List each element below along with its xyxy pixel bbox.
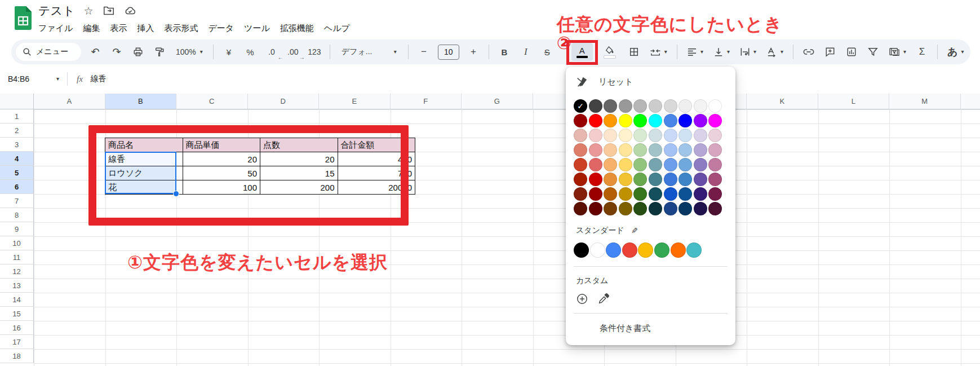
merge-cells-button[interactable]: ▾ xyxy=(648,43,669,61)
column-header-K[interactable]: K xyxy=(747,94,818,109)
menubar-item[interactable]: ファイル xyxy=(33,21,78,36)
color-swatch[interactable] xyxy=(574,173,587,186)
color-swatch[interactable] xyxy=(574,187,587,201)
color-swatch[interactable] xyxy=(708,99,722,113)
text-wrap-button[interactable]: ▾ xyxy=(738,43,758,61)
move-folder-icon[interactable] xyxy=(103,5,115,17)
search-menus-button[interactable]: メニュー xyxy=(16,43,81,61)
color-swatch[interactable] xyxy=(619,143,632,157)
color-swatch[interactable] xyxy=(619,114,632,127)
column-header-C[interactable]: C xyxy=(176,94,248,109)
color-swatch[interactable] xyxy=(574,114,587,127)
add-custom-color-icon[interactable] xyxy=(576,293,588,305)
color-swatch[interactable] xyxy=(589,143,602,157)
color-swatch[interactable] xyxy=(589,187,602,201)
row-header-18[interactable]: 18 xyxy=(0,349,34,363)
color-swatch[interactable] xyxy=(664,129,677,142)
text-rotation-button[interactable]: ▾ xyxy=(765,43,785,61)
color-swatch[interactable] xyxy=(619,99,632,113)
color-swatch[interactable] xyxy=(664,202,677,215)
color-swatch[interactable] xyxy=(574,202,587,215)
standard-color-swatch[interactable] xyxy=(622,242,637,258)
standard-color-swatch[interactable] xyxy=(590,242,605,258)
format-currency-button[interactable]: ¥ xyxy=(221,43,236,61)
decrease-decimal-button[interactable]: .0← xyxy=(264,43,279,61)
color-swatch[interactable] xyxy=(694,202,707,215)
color-swatch[interactable] xyxy=(589,202,602,215)
color-swatch[interactable] xyxy=(633,129,647,142)
color-swatch[interactable] xyxy=(664,143,677,157)
color-swatch[interactable] xyxy=(604,99,617,113)
color-swatch[interactable] xyxy=(649,173,662,186)
row-header-10[interactable]: 10 xyxy=(0,236,34,250)
color-swatch[interactable] xyxy=(664,158,677,171)
color-swatch[interactable] xyxy=(633,187,647,201)
color-swatch[interactable] xyxy=(649,202,662,215)
color-swatch[interactable] xyxy=(589,99,602,113)
increase-decimal-button[interactable]: .00→ xyxy=(286,43,300,61)
column-header-B[interactable]: B xyxy=(105,94,177,109)
color-swatch[interactable] xyxy=(633,114,647,127)
row-header-7[interactable]: 7 xyxy=(0,194,34,208)
color-swatch[interactable] xyxy=(633,158,647,171)
insert-chart-button[interactable] xyxy=(844,43,859,61)
menubar-item[interactable]: ヘルプ xyxy=(319,21,355,36)
strikethrough-button[interactable]: S xyxy=(540,43,555,61)
row-header-1[interactable]: 1 xyxy=(0,109,34,124)
color-swatch[interactable] xyxy=(708,129,722,142)
conditional-formatting-item[interactable]: 条件付き書式 xyxy=(566,314,735,334)
color-swatch[interactable] xyxy=(664,99,677,113)
name-box[interactable]: B4:B6 xyxy=(0,74,56,83)
color-swatch[interactable] xyxy=(679,99,692,113)
format-percent-button[interactable]: % xyxy=(243,43,258,61)
chevron-down-icon[interactable]: ▾ xyxy=(56,76,59,82)
color-swatch[interactable] xyxy=(574,158,587,171)
row-header-14[interactable]: 14 xyxy=(0,293,34,307)
column-header-N[interactable]: N xyxy=(961,94,980,109)
color-swatch[interactable] xyxy=(679,129,692,142)
color-swatch[interactable] xyxy=(664,114,677,127)
color-swatch[interactable] xyxy=(679,202,692,215)
cloud-saved-icon[interactable] xyxy=(124,5,136,17)
row-header-17[interactable]: 17 xyxy=(0,335,34,349)
column-header-F[interactable]: F xyxy=(391,94,462,109)
row-header-6[interactable]: 6 xyxy=(0,180,34,194)
color-swatch[interactable] xyxy=(649,114,662,127)
color-swatch[interactable] xyxy=(649,158,662,171)
color-swatch[interactable] xyxy=(604,202,617,215)
color-swatch[interactable] xyxy=(649,129,662,142)
standard-color-swatch[interactable] xyxy=(606,242,621,258)
color-swatch[interactable] xyxy=(694,114,707,127)
color-swatch[interactable] xyxy=(679,187,692,201)
row-header-11[interactable]: 11 xyxy=(0,250,34,264)
spreadsheet-grid[interactable]: ABCDEFGHIJKLMN 1234567891011121314151617… xyxy=(0,94,980,366)
color-swatch[interactable] xyxy=(604,158,617,171)
undo-button[interactable]: ↶ xyxy=(88,43,103,61)
select-all-corner[interactable] xyxy=(0,94,34,109)
more-formats-button[interactable]: 123 xyxy=(307,43,322,61)
row-header-9[interactable]: 9 xyxy=(0,222,34,236)
color-swatch[interactable] xyxy=(694,143,707,157)
column-header-L[interactable]: L xyxy=(818,94,890,109)
color-swatch[interactable] xyxy=(619,129,632,142)
color-swatch[interactable] xyxy=(633,202,647,215)
color-swatch[interactable] xyxy=(619,202,632,215)
color-swatch[interactable]: ✓ xyxy=(574,99,587,113)
text-color-button[interactable]: A ② xyxy=(571,43,593,61)
color-swatch[interactable] xyxy=(649,99,662,113)
formula-input[interactable]: 線香 xyxy=(91,74,107,84)
color-swatch[interactable] xyxy=(694,99,707,113)
color-swatch[interactable] xyxy=(708,158,722,171)
color-swatch[interactable] xyxy=(649,187,662,201)
color-swatch[interactable] xyxy=(664,187,677,201)
color-swatch[interactable] xyxy=(589,173,602,186)
menubar-item[interactable]: 編集 xyxy=(78,21,105,36)
menubar-item[interactable]: データ xyxy=(203,21,239,36)
redo-button[interactable]: ↷ xyxy=(109,43,124,61)
row-header-12[interactable]: 12 xyxy=(0,264,34,279)
italic-button[interactable]: I xyxy=(518,43,533,61)
color-swatch[interactable] xyxy=(604,143,617,157)
color-swatch[interactable] xyxy=(574,143,587,157)
color-swatch[interactable] xyxy=(604,187,617,201)
create-filter-button[interactable] xyxy=(866,43,880,61)
